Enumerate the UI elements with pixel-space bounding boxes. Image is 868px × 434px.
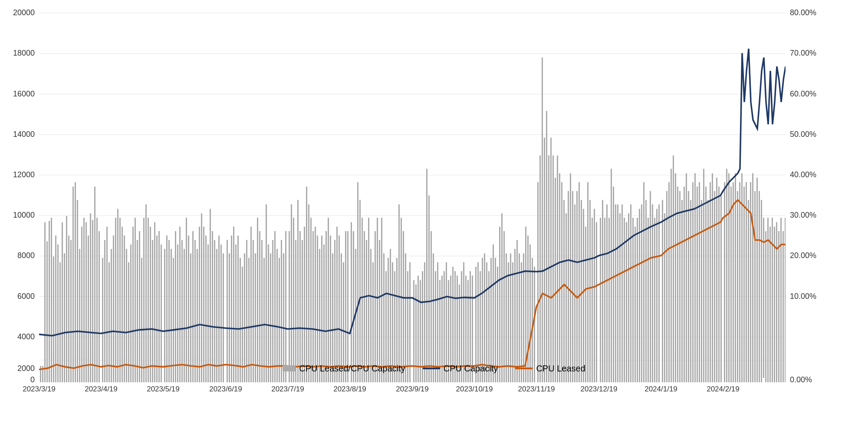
svg-rect-78 [117, 209, 118, 382]
svg-rect-162 [304, 226, 305, 382]
svg-rect-283 [572, 191, 573, 382]
svg-text:8000: 8000 [17, 251, 35, 260]
legend-bars-label: CPU Leased/CPU Capacity [299, 364, 405, 374]
svg-rect-192 [370, 248, 372, 382]
svg-rect-92 [148, 218, 149, 382]
svg-rect-57 [70, 240, 72, 382]
svg-text:2023/4/19: 2023/4/19 [85, 384, 118, 393]
svg-rect-336 [690, 200, 691, 382]
svg-rect-169 [319, 248, 320, 382]
svg-rect-315 [643, 182, 644, 382]
svg-rect-63 [83, 218, 85, 382]
svg-rect-91 [145, 204, 147, 382]
svg-rect-375 [776, 222, 777, 382]
svg-rect-112 [192, 231, 194, 382]
svg-rect-197 [381, 218, 382, 382]
svg-rect-304 [619, 213, 621, 382]
svg-rect-98 [161, 244, 162, 382]
svg-rect-252 [503, 231, 505, 382]
svg-rect-219 [431, 231, 432, 382]
svg-rect-313 [639, 209, 640, 382]
svg-rect-175 [332, 253, 333, 382]
svg-rect-288 [583, 209, 584, 382]
svg-rect-364 [752, 173, 753, 382]
svg-rect-220 [433, 253, 434, 382]
svg-rect-115 [199, 226, 200, 382]
svg-text:10.00%: 10.00% [790, 292, 816, 300]
svg-text:10000: 10000 [13, 211, 35, 219]
svg-rect-342 [703, 169, 704, 382]
svg-text:18000: 18000 [13, 49, 35, 57]
svg-rect-333 [684, 186, 685, 382]
svg-rect-320 [654, 218, 655, 382]
svg-rect-62 [81, 226, 82, 382]
svg-rect-350 [720, 195, 722, 382]
svg-text:2023/11/19: 2023/11/19 [518, 384, 555, 393]
svg-rect-269 [542, 57, 543, 382]
svg-rect-65 [88, 235, 89, 382]
svg-rect-51 [57, 244, 59, 382]
bar-series: // This won't run here in SVG context, b… [40, 57, 786, 382]
svg-rect-323 [662, 200, 663, 382]
svg-rect-104 [175, 231, 176, 382]
svg-rect-102 [171, 248, 172, 382]
svg-rect-125 [220, 244, 222, 382]
svg-rect-87 [137, 240, 138, 382]
svg-rect-95 [154, 222, 155, 382]
svg-text:2024/1/19: 2024/1/19 [644, 384, 677, 393]
svg-rect-337 [692, 182, 694, 382]
svg-rect-278 [561, 182, 562, 382]
svg-rect-46 [46, 241, 48, 382]
svg-rect-155 [289, 231, 290, 382]
svg-rect-146 [268, 244, 269, 382]
svg-rect-159 [297, 200, 299, 382]
svg-rect-290 [587, 182, 589, 382]
svg-rect-275 [555, 178, 556, 382]
svg-rect-208 [405, 253, 406, 382]
svg-rect-147 [270, 253, 271, 382]
svg-rect-291 [589, 200, 591, 382]
svg-rect-316 [645, 200, 647, 382]
svg-rect-274 [552, 155, 554, 382]
svg-rect-368 [761, 200, 762, 382]
svg-rect-70 [99, 231, 100, 382]
svg-rect-373 [772, 218, 773, 382]
svg-rect-187 [359, 200, 361, 382]
svg-rect-179 [341, 253, 342, 382]
svg-rect-119 [207, 244, 209, 382]
svg-rect-345 [710, 182, 711, 382]
svg-rect-136 [246, 240, 247, 382]
svg-rect-286 [579, 182, 580, 382]
svg-rect-292 [592, 218, 593, 382]
svg-text:2023/8/19: 2023/8/19 [333, 384, 366, 393]
svg-rect-341 [701, 200, 702, 382]
svg-rect-196 [379, 240, 380, 382]
svg-rect-267 [537, 182, 539, 382]
svg-rect-186 [357, 182, 358, 382]
svg-rect-371 [767, 218, 769, 382]
svg-rect-109 [186, 218, 187, 382]
svg-rect-68 [94, 186, 95, 382]
svg-rect-358 [739, 182, 740, 382]
svg-rect-318 [650, 191, 651, 382]
svg-rect-133 [240, 258, 241, 382]
svg-rect-297 [604, 218, 605, 382]
svg-rect-153 [283, 253, 284, 382]
svg-text:50.00%: 50.00% [790, 129, 816, 138]
svg-rect-116 [201, 213, 202, 382]
svg-rect-99 [164, 248, 165, 382]
svg-rect-309 [630, 204, 631, 382]
svg-rect-174 [330, 235, 331, 382]
svg-rect-194 [375, 231, 376, 382]
svg-rect-305 [621, 204, 623, 382]
legend-orange-line-icon [515, 368, 533, 369]
svg-rect-118 [205, 235, 207, 382]
svg-rect-263 [527, 235, 529, 382]
svg-rect-90 [143, 218, 145, 382]
svg-rect-344 [707, 200, 709, 382]
svg-text:0: 0 [30, 375, 35, 384]
svg-rect-165 [310, 218, 312, 382]
svg-rect-142 [259, 231, 260, 382]
svg-rect-250 [499, 226, 500, 382]
svg-rect-357 [737, 191, 738, 382]
